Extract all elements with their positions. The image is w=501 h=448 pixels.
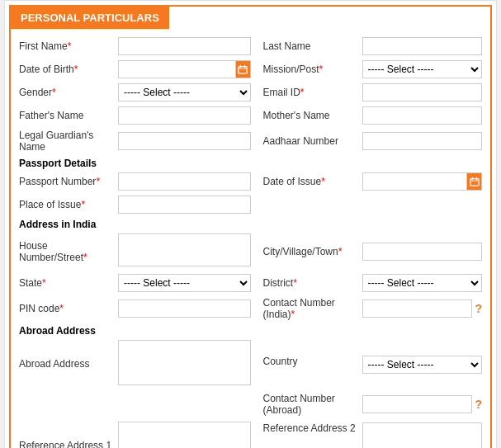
dob-input[interactable] bbox=[118, 60, 236, 78]
form-container: PERSONAL PARTICULARS First Name* Last Na… bbox=[4, 0, 497, 448]
district-select-wrapper: ----- Select ----- bbox=[362, 274, 483, 292]
row-dob-mission: Date of Birth* Mission/Post* bbox=[19, 60, 482, 78]
first-name-input[interactable] bbox=[118, 37, 251, 55]
last-name-label: Last Name bbox=[263, 40, 362, 52]
email-input-wrapper bbox=[362, 83, 483, 101]
aadhaar-input-wrapper bbox=[362, 132, 483, 150]
dob-label: Date of Birth* bbox=[19, 64, 118, 75]
row-references: Reference Address 1 Reference Address 2 bbox=[19, 421, 482, 448]
email-label: Email ID* bbox=[263, 87, 362, 98]
abroad-section-label: Abroad Address bbox=[19, 325, 96, 337]
col-contact-abroad: Contact Number (Abroad) ? bbox=[251, 393, 483, 416]
district-select[interactable]: ----- Select ----- bbox=[362, 274, 483, 292]
gender-label: Gender* bbox=[19, 87, 118, 98]
mission-select[interactable]: ----- Select ----- bbox=[362, 60, 483, 78]
row-pin-contact: PIN code* Contact Number (India)* ? bbox=[19, 297, 482, 320]
col-dob: Date of Birth* bbox=[19, 60, 251, 78]
house-number-input-wrapper bbox=[118, 233, 251, 269]
abroad-address-input-wrapper bbox=[118, 340, 251, 388]
row-house-city: House Number/Street* City/Village/Town* bbox=[19, 233, 482, 269]
ref2-input[interactable] bbox=[362, 422, 483, 448]
district-label: District* bbox=[263, 277, 362, 289]
svg-rect-4 bbox=[470, 179, 478, 186]
contact-abroad-input-wrapper: ? bbox=[362, 395, 483, 413]
passport-number-label: Passport Number* bbox=[19, 176, 118, 187]
col-gender: Gender* ----- Select ----- bbox=[19, 83, 251, 101]
col-abroad-address: Abroad Address bbox=[19, 340, 251, 388]
col-mothers-name: Mother's Name bbox=[251, 106, 483, 125]
state-select[interactable]: ----- Select ----- bbox=[118, 274, 251, 292]
passport-number-input[interactable] bbox=[118, 172, 251, 191]
guardian-input[interactable] bbox=[118, 132, 251, 150]
first-name-input-wrapper bbox=[118, 37, 251, 55]
place-issue-label: Place of Issue* bbox=[19, 199, 118, 210]
col-pin: PIN code* bbox=[19, 299, 251, 318]
col-country: Country ----- Select ----- bbox=[251, 354, 483, 374]
place-issue-input[interactable] bbox=[118, 196, 251, 214]
mothers-name-input-wrapper bbox=[362, 106, 483, 125]
city-village-label: City/Village/Town* bbox=[263, 246, 362, 257]
section-passport: Passport Details bbox=[19, 158, 482, 169]
house-number-input[interactable] bbox=[118, 233, 251, 266]
col-place-issue: Place of Issue* bbox=[19, 196, 251, 214]
row-passport-date: Passport Number* Date of Issue* bbox=[19, 172, 482, 191]
date-issue-calendar-icon[interactable] bbox=[467, 172, 482, 191]
pin-label: PIN code* bbox=[19, 303, 118, 314]
ref1-label: Reference Address 1 bbox=[19, 440, 118, 448]
gender-select-wrapper: ----- Select ----- bbox=[118, 83, 251, 101]
dob-input-wrapper bbox=[118, 60, 251, 78]
col-contact-india: Contact Number (India)* ? bbox=[251, 297, 483, 320]
dob-calendar-icon[interactable] bbox=[236, 60, 251, 78]
col-district: District* ----- Select ----- bbox=[251, 274, 483, 292]
row-guardian-aadhaar: Legal Guardian's Name Aadhaar Number bbox=[19, 130, 482, 153]
mission-label: Mission/Post* bbox=[263, 64, 362, 75]
country-select[interactable]: ----- Select ----- bbox=[362, 356, 483, 374]
contact-abroad-label: Contact Number (Abroad) bbox=[263, 393, 362, 416]
ref1-input[interactable] bbox=[118, 422, 251, 448]
contact-india-input[interactable] bbox=[362, 299, 473, 318]
col-ref2: Reference Address 2 bbox=[251, 421, 483, 448]
section-header: PERSONAL PARTICULARS bbox=[11, 7, 169, 29]
abroad-address-input[interactable] bbox=[118, 340, 251, 385]
row-state-district: State* ----- Select ----- District* - bbox=[19, 274, 482, 292]
city-village-input-wrapper bbox=[362, 243, 483, 261]
last-name-input[interactable] bbox=[362, 37, 483, 55]
col-fathers-name: Father's Name bbox=[19, 106, 251, 125]
contact-india-help-icon[interactable]: ? bbox=[475, 302, 482, 315]
email-input[interactable] bbox=[362, 83, 483, 101]
house-number-label: House Number/Street* bbox=[19, 240, 118, 263]
address-india-section-label: Address in India bbox=[19, 219, 96, 230]
aadhaar-input[interactable] bbox=[362, 132, 483, 150]
fathers-name-label: Father's Name bbox=[19, 110, 118, 121]
form-body: First Name* Last Name Date o bbox=[11, 37, 490, 448]
gender-select[interactable]: ----- Select ----- bbox=[118, 83, 251, 101]
contact-india-input-wrapper: ? bbox=[362, 299, 483, 318]
col-last-name: Last Name bbox=[251, 37, 483, 55]
svg-rect-0 bbox=[239, 67, 247, 74]
section-abroad: Abroad Address bbox=[19, 325, 482, 337]
pin-input[interactable] bbox=[118, 299, 251, 318]
city-village-input[interactable] bbox=[362, 243, 483, 261]
col-city: City/Village/Town* bbox=[251, 243, 483, 261]
date-issue-input[interactable] bbox=[362, 172, 468, 191]
row-contact-abroad: Contact Number (Abroad) ? bbox=[19, 393, 482, 416]
guardian-input-wrapper bbox=[118, 132, 251, 150]
col-email: Email ID* bbox=[251, 83, 483, 101]
contact-abroad-help-icon[interactable]: ? bbox=[475, 398, 482, 411]
dob-date-wrapper bbox=[118, 60, 251, 78]
row-gender-email: Gender* ----- Select ----- Email ID* bbox=[19, 83, 482, 101]
mission-select-wrapper: ----- Select ----- bbox=[362, 60, 483, 78]
fathers-name-input-wrapper bbox=[118, 106, 251, 125]
required-star: * bbox=[68, 40, 72, 52]
contact-abroad-input[interactable] bbox=[362, 395, 473, 413]
state-select-wrapper: ----- Select ----- bbox=[118, 274, 251, 292]
date-issue-input-wrapper bbox=[362, 172, 483, 191]
mothers-name-input[interactable] bbox=[362, 106, 483, 125]
passport-number-input-wrapper bbox=[118, 172, 251, 191]
contact-india-label: Contact Number (India)* bbox=[263, 297, 362, 320]
section-address-india: Address in India bbox=[19, 219, 482, 230]
state-label: State* bbox=[19, 277, 118, 289]
passport-section-label: Passport Details bbox=[19, 158, 97, 169]
fathers-name-input[interactable] bbox=[118, 106, 251, 125]
ref1-input-wrapper bbox=[118, 422, 251, 448]
